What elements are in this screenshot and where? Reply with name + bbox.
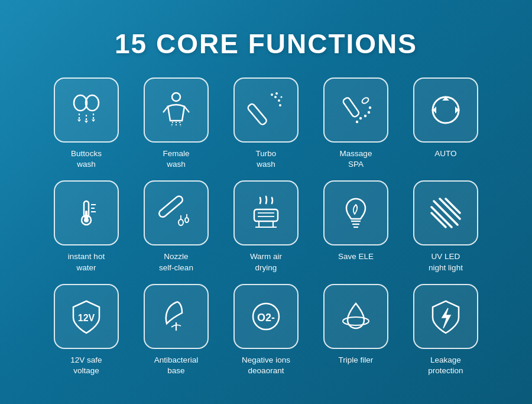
function-label: Leakageprotection: [428, 355, 463, 376]
svg-point-24: [364, 115, 366, 117]
function-female-wash: Femalewash: [138, 77, 215, 170]
svg-point-17: [279, 104, 281, 106]
svg-marker-5: [77, 119, 81, 122]
icon-box-triple-filer: [323, 284, 388, 349]
svg-point-18: [271, 93, 273, 96]
function-label: Turbowash: [256, 148, 277, 170]
icon-box-massage-spa: [323, 77, 388, 143]
svg-point-20: [281, 96, 283, 98]
icon-box-antibacterial-base: [144, 284, 209, 349]
function-label: Antibacterialbase: [154, 355, 198, 376]
svg-line-9: [163, 106, 168, 112]
icon-box-12v-safe-voltage: 12V: [54, 284, 119, 349]
functions-grid: Buttockswash Femalewash: [48, 77, 484, 376]
svg-point-22: [361, 96, 369, 104]
icon-box-leakage-protection: [413, 284, 478, 349]
function-massage-spa: MassageSPA: [317, 77, 394, 170]
function-label: Warm airdrying: [250, 251, 282, 273]
icon-box-female-wash: [144, 77, 209, 143]
svg-point-27: [369, 106, 371, 109]
page-title: 15 CORE FUNCTIONS: [115, 28, 417, 60]
svg-point-1: [86, 95, 99, 111]
function-label: AUTO: [434, 148, 456, 159]
function-uv-led-night-light: UV LEDnight light: [407, 180, 484, 273]
function-auto: AUTO: [407, 77, 484, 170]
svg-rect-38: [158, 195, 184, 219]
function-label: Nozzleself-clean: [159, 251, 193, 273]
svg-point-61: [343, 317, 369, 325]
svg-text:O2-: O2-: [257, 312, 275, 324]
function-label: instant hotwater: [68, 251, 105, 273]
function-label: MassageSPA: [340, 148, 372, 170]
icon-box-uv-led-night-light: [413, 180, 478, 245]
function-label: Negative ionsdeoaorant: [242, 355, 290, 376]
function-leakage-protection: Leakageprotection: [407, 284, 484, 376]
function-buttocks-wash: Buttockswash: [48, 77, 125, 170]
svg-rect-14: [247, 103, 268, 125]
svg-line-11: [171, 122, 173, 127]
svg-text:12V: 12V: [78, 313, 95, 323]
svg-point-34: [84, 218, 89, 222]
svg-line-13: [180, 122, 181, 127]
function-label: Save ELE: [338, 251, 374, 262]
icon-box-turbo-wash: [233, 77, 299, 143]
function-label: UV LEDnight light: [429, 251, 463, 273]
svg-point-25: [368, 111, 370, 114]
function-label: Triple filer: [339, 355, 374, 366]
svg-point-41: [185, 218, 189, 222]
svg-point-23: [359, 117, 362, 119]
function-warm-air-drying: Warm airdrying: [228, 180, 304, 273]
function-save-ele: Save ELE: [317, 180, 394, 273]
icon-box-nozzle-self-clean: [144, 180, 209, 245]
function-label: Femalewash: [163, 148, 189, 170]
function-antibacterial-base: Antibacterialbase: [138, 284, 215, 376]
icon-box-warm-air-drying: [233, 180, 299, 245]
icon-box-buttocks-wash: [54, 77, 119, 143]
svg-line-10: [184, 106, 189, 112]
icon-box-instant-hot-water: [54, 180, 119, 245]
function-label: Buttockswash: [71, 148, 102, 170]
function-triple-filer: Triple filer: [317, 284, 394, 376]
svg-point-0: [74, 95, 87, 111]
function-turbo-wash: Turbowash: [228, 77, 304, 170]
function-negative-ions-deoaorant: O2- Negative ionsdeoaorant: [228, 284, 304, 376]
icon-box-auto: [413, 77, 478, 143]
svg-marker-6: [85, 121, 88, 123]
svg-point-16: [278, 99, 280, 102]
svg-rect-43: [254, 209, 278, 221]
function-instant-hot-water: instant hotwater: [48, 180, 125, 273]
svg-point-39: [179, 219, 183, 225]
icon-box-negative-ions-deoaorant: O2-: [233, 284, 299, 349]
svg-point-19: [275, 92, 278, 95]
svg-point-26: [356, 121, 358, 123]
svg-rect-21: [342, 96, 360, 118]
icon-box-save-ele: [323, 180, 388, 245]
svg-marker-7: [92, 119, 95, 122]
function-12v-safe-voltage: 12V 12V safevoltage: [48, 284, 125, 376]
function-label: 12V safevoltage: [70, 355, 102, 376]
svg-point-8: [172, 93, 180, 101]
svg-point-15: [274, 96, 277, 98]
function-nozzle-self-clean: Nozzleself-clean: [138, 180, 215, 273]
